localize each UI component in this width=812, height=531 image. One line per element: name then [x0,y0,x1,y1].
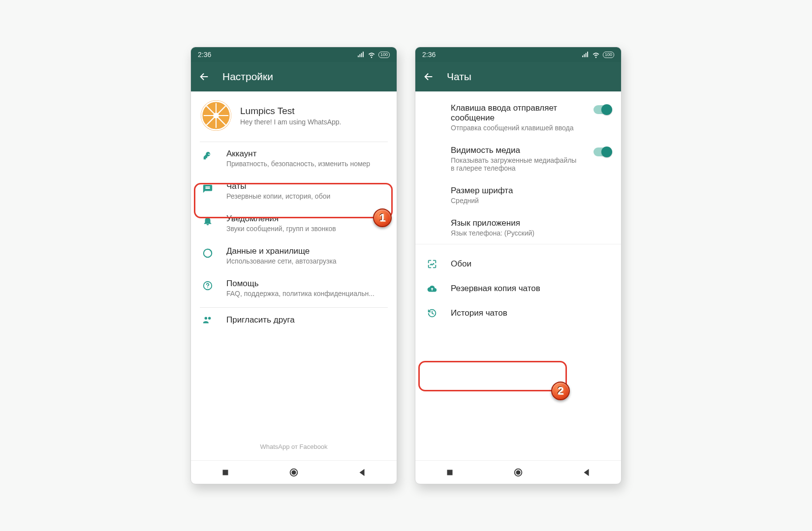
section-divider [415,244,621,252]
chat-icon [201,183,215,194]
back-button[interactable] [423,71,434,82]
status-icons: 100 [357,51,390,59]
nav-recents-button[interactable] [444,467,455,478]
row-title: Помощь [226,279,387,289]
settings-item-account[interactable]: Аккаунт Приватность, безопасность, измен… [191,142,397,175]
chats-item-media-visibility[interactable]: Видимость медиа Показывать загруженные м… [415,139,621,179]
signal-icon [357,51,365,59]
row-title: Уведомления [226,214,387,224]
footer-text: WhatsApp от Facebook [191,436,397,457]
status-bar: 2:36 100 [415,47,621,62]
row-title: Видимость медиа [451,146,582,155]
phone-settings: 2:36 100 Настройки [190,47,397,484]
status-time: 2:36 [422,51,436,59]
chats-item-app-language[interactable]: Язык приложения Язык телефона: (Русский) [415,211,621,244]
settings-item-chats[interactable]: Чаты Резервные копии, история, обои [191,175,397,207]
system-nav [191,460,397,484]
wallpaper-icon [425,259,439,269]
chats-item-wallpaper[interactable]: Обои [415,252,621,276]
row-sub: Показывать загруженные медиафайлы в гале… [451,156,582,172]
step-badge-2: 2 [551,382,570,400]
app-bar: Настройки [191,62,397,91]
signal-icon [581,51,589,59]
svg-point-12 [292,471,295,474]
chats-item-history[interactable]: История чатов [415,301,621,325]
row-title: Размер шрифта [451,186,611,196]
row-sub: Средний [451,197,611,205]
row-title: Клавиша ввода отправляет сообщение [451,103,582,123]
row-sub: Приватность, безопасность, изменить номе… [226,160,387,168]
help-icon [201,280,215,291]
row-sub: Звуки сообщений, групп и звонков [226,225,387,233]
battery-icon: 100 [378,52,390,58]
row-sub: Резервные копии, история, обои [226,192,387,200]
bell-icon [201,215,215,226]
profile-status: Hey there! I am using WhatsApp. [240,118,341,126]
chats-item-enter-sends[interactable]: Клавиша ввода отправляет сообщение Отпра… [415,91,621,139]
settings-content: Lumpics Test Hey there! I am using Whats… [191,91,397,460]
status-bar: 2:36 100 [191,47,397,62]
row-sub: Использование сети, автозагрузка [226,257,387,265]
nav-home-button[interactable] [288,467,299,478]
status-time: 2:36 [198,51,211,59]
step-badge-1: 1 [373,208,392,227]
wifi-icon [592,51,600,59]
app-bar: Чаты [415,62,621,91]
profile-text: Lumpics Test Hey there! I am using Whats… [240,106,341,126]
row-title: История чатов [451,308,611,318]
settings-item-data[interactable]: Данные и хранилище Использование сети, а… [191,239,397,272]
row-title: Резервная копия чатов [451,284,611,294]
wifi-icon [368,51,375,59]
nav-back-button[interactable] [581,467,592,478]
svg-rect-13 [447,470,452,475]
nav-back-button[interactable] [357,467,368,478]
page-title: Настройки [222,71,273,83]
chats-item-backup[interactable]: Резервная копия чатов [415,276,621,301]
settings-item-notifications[interactable]: Уведомления Звуки сообщений, групп и зво… [191,207,397,239]
profile-name: Lumpics Test [240,106,341,117]
svg-point-9 [207,287,208,288]
row-sub: Отправка сообщений клавишей ввода [451,124,582,132]
row-title: Пригласить друга [226,315,387,325]
status-icons: 100 [581,51,614,59]
avatar [201,100,231,131]
row-title: Язык приложения [451,218,611,228]
settings-item-invite[interactable]: Пригласить друга [191,308,397,332]
toggle-enter-sends[interactable] [593,105,611,114]
nav-recents-button[interactable] [220,467,231,478]
highlight-2 [418,361,567,391]
row-title: Обои [451,259,611,269]
history-icon [425,308,439,319]
people-icon [201,315,215,325]
settings-item-help[interactable]: Помощь FAQ, поддержка, политика конфиден… [191,272,397,304]
key-icon [201,150,215,161]
row-title: Данные и хранилище [226,246,387,256]
chats-content: Клавиша ввода отправляет сообщение Отпра… [415,91,621,460]
row-title: Аккаунт [226,149,387,159]
nav-home-button[interactable] [513,467,524,478]
system-nav [415,460,621,484]
chats-item-font-size[interactable]: Размер шрифта Средний [415,179,621,211]
battery-icon: 100 [603,52,614,58]
svg-point-15 [516,471,520,474]
cloud-upload-icon [425,283,439,294]
stage: 2:36 100 Настройки [0,0,812,531]
svg-rect-10 [222,470,228,475]
profile-row[interactable]: Lumpics Test Hey there! I am using Whats… [191,91,397,142]
back-button[interactable] [199,71,210,82]
row-sub: Язык телефона: (Русский) [451,229,611,237]
row-title: Чаты [226,181,387,191]
page-title: Чаты [447,71,471,83]
svg-point-6 [213,113,219,118]
data-usage-icon [201,248,215,259]
toggle-media-visibility[interactable] [593,148,611,156]
row-sub: FAQ, поддержка, политика конфиденциальн.… [226,290,387,297]
phone-chats: 2:36 100 Чаты Клавиша ввода отправляет с… [415,47,622,484]
